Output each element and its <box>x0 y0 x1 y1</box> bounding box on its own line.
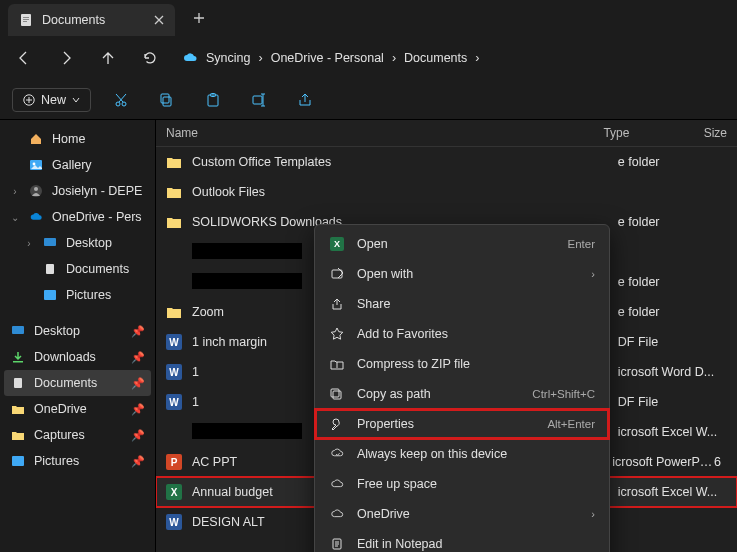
cm-compress[interactable]: Compress to ZIP file <box>315 349 609 379</box>
cm-shortcut: Alt+Enter <box>547 418 595 430</box>
cloud-sync-icon <box>182 50 198 66</box>
cm-label: Add to Favorites <box>357 327 448 341</box>
new-tab-button[interactable] <box>185 4 213 32</box>
column-type[interactable]: Type <box>603 126 703 140</box>
cm-onedrive[interactable]: OneDrive › <box>315 499 609 529</box>
cm-label: Open <box>357 237 388 251</box>
copy-path-icon <box>329 386 345 402</box>
file-type: e folder <box>618 275 721 289</box>
cm-label: OneDrive <box>357 507 410 521</box>
refresh-button[interactable] <box>134 42 166 74</box>
up-button[interactable] <box>92 42 124 74</box>
chevron-right-icon: › <box>475 51 479 65</box>
nav-quick-onedrive[interactable]: OneDrive 📌 <box>4 396 151 422</box>
svg-point-5 <box>116 102 120 106</box>
svg-rect-19 <box>12 326 24 334</box>
new-button-label: New <box>41 93 66 107</box>
svg-rect-2 <box>23 19 29 20</box>
cm-always-keep[interactable]: Always keep on this device <box>315 439 609 469</box>
cloud-keep-icon <box>329 446 345 462</box>
svg-rect-8 <box>161 94 169 103</box>
excel-icon: X <box>166 484 182 500</box>
folder-icon <box>10 401 26 417</box>
back-button[interactable] <box>8 42 40 74</box>
file-type: icrosoft Excel W... <box>618 485 721 499</box>
nav-label: Pictures <box>34 454 79 468</box>
cm-favorite[interactable]: Add to Favorites <box>315 319 609 349</box>
cm-label: Copy as path <box>357 387 431 401</box>
redact-icon <box>166 274 182 290</box>
chevron-right-icon: › <box>258 51 262 65</box>
cm-label: Always keep on this device <box>357 447 507 461</box>
nav-quick-captures[interactable]: Captures 📌 <box>4 422 151 448</box>
rename-button[interactable] <box>243 84 275 116</box>
pin-icon: 📌 <box>131 351 145 364</box>
file-row[interactable]: Outlook Files <box>156 177 737 207</box>
share-button[interactable] <box>289 84 321 116</box>
column-size[interactable]: Size <box>704 126 727 140</box>
file-type: e folder <box>618 305 721 319</box>
forward-button[interactable] <box>50 42 82 74</box>
cm-label: Open with <box>357 267 413 281</box>
nav-quick-documents[interactable]: Documents 📌 <box>4 370 151 396</box>
cm-share[interactable]: Share <box>315 289 609 319</box>
navigation-bar: Syncing › OneDrive - Personal › Document… <box>0 36 737 80</box>
tab-group: Documents <box>8 0 213 36</box>
svg-rect-17 <box>46 264 54 274</box>
nav-label: Documents <box>34 376 97 390</box>
cm-shortcut: Enter <box>568 238 596 250</box>
nav-gallery[interactable]: Gallery <box>4 152 151 178</box>
pin-icon: 📌 <box>131 429 145 442</box>
nav-home[interactable]: Home <box>4 126 151 152</box>
file-row[interactable]: Custom Office Templatese folder <box>156 147 737 177</box>
cm-open-with[interactable]: Open with › <box>315 259 609 289</box>
nav-quick-downloads[interactable]: Downloads 📌 <box>4 344 151 370</box>
open-with-icon <box>329 266 345 282</box>
tab-documents[interactable]: Documents <box>8 4 175 36</box>
cm-edit-notepad[interactable]: Edit in Notepad <box>315 529 609 552</box>
new-button[interactable]: New <box>12 88 91 112</box>
nav-quick-pictures[interactable]: Pictures 📌 <box>4 448 151 474</box>
folder-icon <box>166 304 182 320</box>
svg-rect-38 <box>333 391 341 399</box>
cut-button[interactable] <box>105 84 137 116</box>
pin-icon: 📌 <box>131 325 145 338</box>
nav-onedrive-pictures[interactable]: Pictures <box>4 282 151 308</box>
gallery-icon <box>28 157 44 173</box>
cm-label: Properties <box>357 417 414 431</box>
tab-title: Documents <box>42 13 105 27</box>
nav-onedrive-desktop[interactable]: › Desktop <box>4 230 151 256</box>
column-headers: Name Type Size <box>156 120 737 147</box>
breadcrumb-onedrive[interactable]: OneDrive - Personal <box>271 51 384 65</box>
column-name[interactable]: Name <box>166 126 603 140</box>
close-icon[interactable] <box>153 14 165 26</box>
file-type: e folder <box>618 215 721 229</box>
copy-button[interactable] <box>151 84 183 116</box>
chevron-right-icon: › <box>591 268 595 280</box>
nav-label: Home <box>52 132 85 146</box>
nav-josielyn[interactable]: › Josielyn - DEPE <box>4 178 151 204</box>
nav-quick-desktop[interactable]: Desktop 📌 <box>4 318 151 344</box>
cm-free-space[interactable]: Free up space <box>315 469 609 499</box>
cm-properties[interactable]: Properties Alt+Enter <box>315 409 609 439</box>
file-size: 6 <box>714 455 727 469</box>
file-type: DF File <box>618 335 721 349</box>
pin-icon: 📌 <box>131 455 145 468</box>
redact-icon <box>166 244 182 260</box>
word-icon: W <box>166 334 182 350</box>
nav-label: Pictures <box>66 288 111 302</box>
svg-text:W: W <box>169 337 179 348</box>
excel-icon: X <box>329 236 345 252</box>
cloud-icon <box>28 209 44 225</box>
breadcrumb: Syncing › OneDrive - Personal › Document… <box>182 50 729 66</box>
breadcrumb-documents[interactable]: Documents <box>404 51 467 65</box>
documents-icon <box>42 261 58 277</box>
breadcrumb-sync[interactable]: Syncing <box>206 51 250 65</box>
nav-onedrive-personal[interactable]: ⌄ OneDrive - Pers <box>4 204 151 230</box>
paste-button[interactable] <box>197 84 229 116</box>
nav-onedrive-documents[interactable]: Documents <box>4 256 151 282</box>
cm-open[interactable]: X Open Enter <box>315 229 609 259</box>
cm-copy-path[interactable]: Copy as path Ctrl+Shift+C <box>315 379 609 409</box>
documents-icon <box>18 12 34 28</box>
zip-icon <box>329 356 345 372</box>
